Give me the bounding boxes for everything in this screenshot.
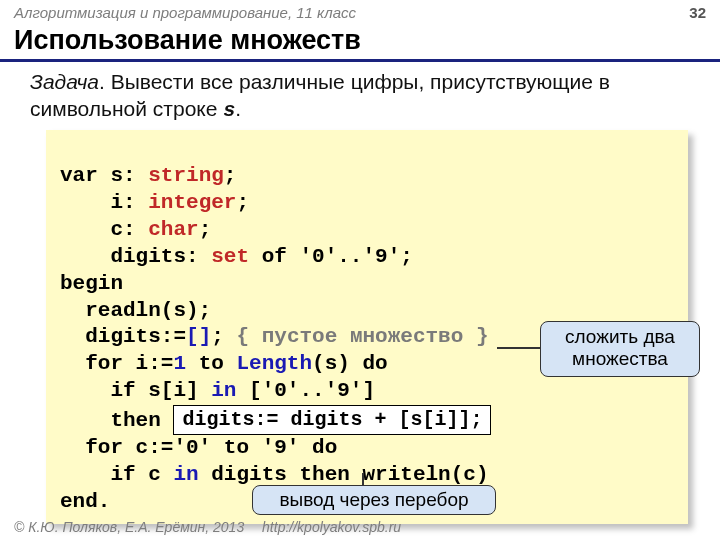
- callout-iterate: вывод через перебор: [252, 485, 496, 515]
- task-variable: s: [223, 99, 235, 122]
- task-text: Задача. Вывести все различные цифры, при…: [0, 68, 720, 130]
- callout-connector: [497, 347, 541, 349]
- footer: © К.Ю. Поляков, Е.А. Ерёмин, 2013 http:/…: [0, 517, 415, 537]
- code-inset: digits:= digits + [s[i]];: [173, 405, 491, 435]
- page-title: Использование множеств: [0, 23, 720, 62]
- page-number: 32: [689, 4, 706, 21]
- task-label: Задача: [30, 70, 99, 93]
- callout-merge: сложить два множества: [540, 321, 700, 377]
- header: Алгоритмизация и программирование, 11 кл…: [0, 0, 720, 23]
- footer-copy: © К.Ю. Поляков, Е.А. Ерёмин, 2013: [14, 519, 244, 535]
- footer-url: http://kpolyakov.spb.ru: [262, 519, 401, 535]
- course-label: Алгоритмизация и программирование, 11 кл…: [14, 4, 356, 21]
